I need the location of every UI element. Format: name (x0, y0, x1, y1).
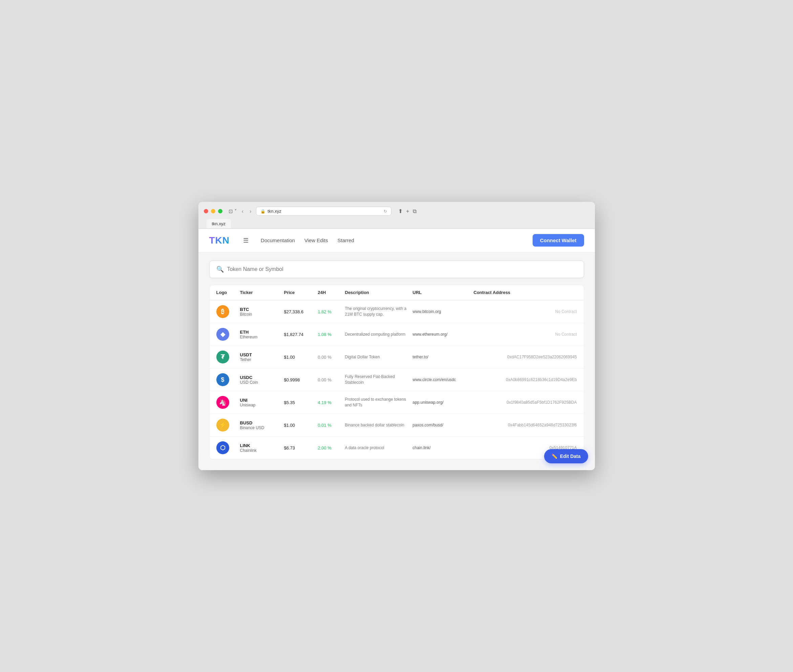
hamburger-button[interactable]: ☰ (243, 237, 249, 244)
contract-none: No Contract (474, 309, 577, 314)
forward-button[interactable]: › (248, 208, 253, 215)
token-price: $1.00 (284, 423, 318, 428)
url-text: tkn.xyz (267, 209, 281, 214)
token-ticker-cell: BUSD Binance USD (240, 420, 284, 430)
token-ticker: BUSD (240, 420, 284, 426)
contract-address: 0x4Fabb145d64652a948d72533023f6 (474, 423, 577, 427)
table-row[interactable]: ⚡ BUSD Binance USD $1.00 0.01 % Binance … (209, 414, 584, 437)
token-ticker-cell: UNI Uniswap (240, 398, 284, 408)
sidebar-toggle-button[interactable]: ⊡ ˅ (229, 208, 237, 214)
token-ticker-cell: USDC USD Coin (240, 375, 284, 385)
table-row[interactable]: 🦄 UNI Uniswap $5.35 4.19 % Protocol used… (209, 391, 584, 414)
col-logo: Logo (216, 290, 240, 295)
back-button[interactable]: ‹ (240, 208, 245, 215)
token-price: $1.00 (284, 355, 318, 360)
main-nav: Documentation View Edits Starred (261, 237, 522, 243)
maximize-traffic-light[interactable] (218, 209, 222, 213)
browser-nav: ⊡ ˅ ‹ › 🔒 tkn.xyz ↻ ⬆ + ⧉ (229, 206, 590, 216)
token-name: Chainlink (240, 448, 284, 453)
col-contract: Contract Address (474, 290, 577, 295)
token-change: 0.00 % (318, 377, 345, 382)
minimize-traffic-light[interactable] (211, 209, 215, 213)
token-logo: ⚡ (216, 419, 229, 432)
nav-starred[interactable]: Starred (337, 237, 354, 243)
tab-label: tkn.xyz (212, 221, 225, 226)
refresh-icon: ↻ (384, 209, 387, 214)
contract-none: No Contract (474, 332, 577, 337)
nav-documentation[interactable]: Documentation (261, 237, 295, 243)
contract-address: 0xdAC17F958D2ee523a22062069945 (474, 355, 577, 359)
token-name: Tether (240, 357, 284, 362)
token-ticker-cell: ETH Ethereum (240, 330, 284, 339)
col-price: Price (284, 290, 318, 295)
token-price: $0.9998 (284, 377, 318, 382)
token-description: A data oracle protocol (345, 445, 413, 451)
token-description: Decentralized computing platform (345, 331, 413, 338)
app-header: TKN ☰ Documentation View Edits Starred C… (198, 229, 595, 252)
app-content: TKN ☰ Documentation View Edits Starred C… (198, 229, 595, 470)
logo-symbol: ◆ (221, 331, 225, 338)
table-body: ₿ BTC Bitcoin $27,338.6 1.82 % The origi… (209, 301, 584, 459)
token-price: $6.73 (284, 445, 318, 451)
share-button[interactable]: ⬆ (398, 208, 403, 214)
token-name: Uniswap (240, 403, 284, 408)
token-change: 0.00 % (318, 355, 345, 360)
logo-symbol: ⚡ (219, 421, 227, 429)
token-logo-cell: ⚡ (216, 419, 240, 432)
token-logo-cell: ₮ (216, 350, 240, 363)
token-change: 1.08 % (318, 332, 345, 337)
active-tab[interactable]: tkn.xyz (206, 219, 231, 228)
token-logo: ₮ (216, 350, 229, 363)
token-url: app.uniswap.org/ (413, 400, 474, 405)
col-24h: 24H (318, 290, 345, 295)
token-url: www.bitcoin.org (413, 309, 474, 314)
edit-data-label: Edit Data (560, 454, 581, 459)
token-ticker: LINK (240, 443, 284, 448)
table-section: Logo Ticker Price 24H Description URL Co… (198, 285, 595, 470)
token-ticker: ETH (240, 330, 284, 334)
token-description: Fully Reserved Fiat-Backed Stablecoin (345, 374, 413, 386)
token-ticker: USDC (240, 375, 284, 380)
token-logo-cell: ₿ (216, 305, 240, 318)
token-logo-cell: ⬡ (216, 442, 240, 454)
table-row[interactable]: ◆ ETH Ethereum $1,827.74 1.08 % Decentra… (209, 323, 584, 346)
token-description: The original cryptocurrency, with a 21M … (345, 306, 413, 317)
connect-wallet-button[interactable]: Connect Wallet (532, 234, 584, 246)
table-row[interactable]: ⬡ LINK Chainlink $6.73 2.00 % A data ora… (209, 437, 584, 459)
tabs-button[interactable]: ⧉ (413, 208, 416, 214)
token-change: 4.19 % (318, 400, 345, 405)
token-change: 0.01 % (318, 423, 345, 428)
token-ticker: USDT (240, 352, 284, 357)
token-description: Protocol used to exchange tokens and NFT… (345, 397, 413, 408)
token-price: $5.35 (284, 400, 318, 405)
logo-symbol: 🦄 (219, 398, 227, 406)
lock-icon: 🔒 (261, 209, 265, 214)
new-tab-button[interactable]: + (406, 208, 409, 214)
token-url: chain.link/ (413, 445, 474, 450)
nav-view-edits[interactable]: View Edits (304, 237, 328, 243)
token-name: Ethereum (240, 334, 284, 339)
table-row[interactable]: ₿ BTC Bitcoin $27,338.6 1.82 % The origi… (209, 301, 584, 323)
table-header: Logo Ticker Price 24H Description URL Co… (209, 285, 584, 301)
logo-symbol: $ (221, 376, 224, 383)
address-bar[interactable]: 🔒 tkn.xyz ↻ (256, 206, 392, 216)
col-url: URL (413, 290, 474, 295)
table-row[interactable]: ₮ USDT Tether $1.00 0.00 % Digital Dolla… (209, 346, 584, 368)
token-name: Bitcoin (240, 312, 284, 317)
table-row[interactable]: $ USDC USD Coin $0.9998 0.00 % Fully Res… (209, 368, 584, 391)
token-change: 2.00 % (318, 445, 345, 451)
token-logo: 🦄 (216, 396, 229, 409)
token-name: USD Coin (240, 380, 284, 385)
token-url: tether.to/ (413, 355, 474, 359)
contract-address: 0x1f9840a85d5aF5bf1D1762F925BDA (474, 400, 577, 405)
close-traffic-light[interactable] (204, 209, 208, 213)
edit-data-button[interactable]: ✏️ Edit Data (544, 449, 588, 463)
browser-controls: ⊡ ˅ ‹ › 🔒 tkn.xyz ↻ ⬆ + ⧉ (204, 206, 590, 216)
token-logo: ⬡ (216, 442, 229, 454)
token-logo: ◆ (216, 328, 229, 341)
app-logo: TKN (209, 235, 230, 246)
token-description: Binance backed dollar stablecoin (345, 422, 413, 428)
search-input[interactable] (227, 266, 577, 272)
logo-symbol: ₿ (221, 308, 224, 315)
browser-window: ⊡ ˅ ‹ › 🔒 tkn.xyz ↻ ⬆ + ⧉ tkn.xyz (198, 202, 595, 470)
